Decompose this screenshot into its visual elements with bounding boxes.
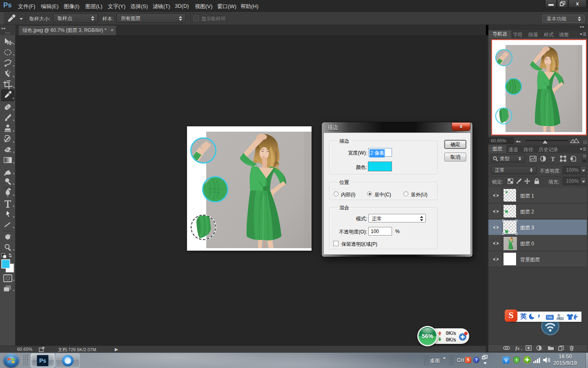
svg-text:13: 13 (560, 317, 563, 320)
svg-text:0K/s: 0K/s (446, 337, 457, 343)
svg-text:fx: fx (515, 345, 520, 351)
svg-text:T: T (551, 156, 555, 162)
svg-text:0K/s: 0K/s (446, 330, 457, 336)
